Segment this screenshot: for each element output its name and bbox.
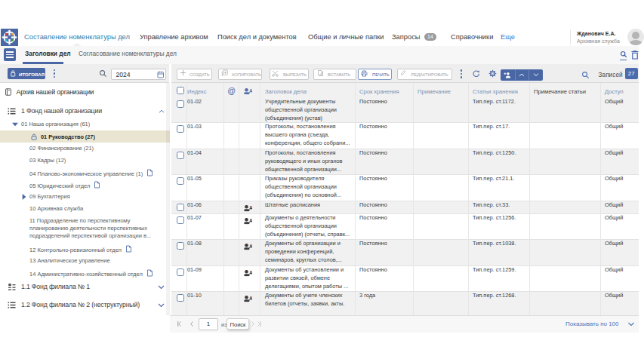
svg-text:A: A [249, 88, 252, 94]
